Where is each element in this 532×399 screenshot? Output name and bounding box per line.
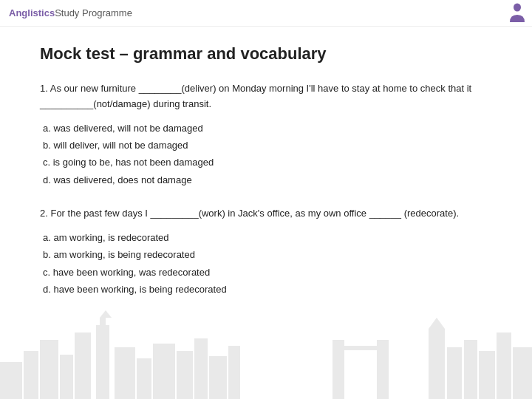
svg-rect-1: [0, 362, 22, 399]
svg-point-0: [514, 4, 521, 12]
question-2-option-3[interactable]: c. have been working, was redecorated: [43, 264, 492, 281]
svg-marker-17: [429, 318, 445, 329]
cityscape-decoration: [0, 310, 532, 399]
question-1-text: 1. As our new furniture ________(deliver…: [40, 81, 492, 112]
svg-rect-12: [177, 351, 193, 399]
svg-rect-14: [209, 356, 227, 399]
question-2-option-2[interactable]: b. am working, is being redecorated: [43, 246, 492, 263]
svg-rect-20: [479, 351, 495, 399]
question-1: 1. As our new furniture ________(deliver…: [40, 81, 492, 188]
question-1-option-2[interactable]: b. will deliver, will not be damaged: [43, 137, 492, 154]
question-1-option-4[interactable]: d. was delivered, does not damage: [43, 171, 492, 188]
svg-rect-26: [334, 343, 337, 372]
svg-rect-18: [447, 347, 462, 399]
svg-rect-4: [60, 355, 73, 399]
svg-rect-10: [137, 358, 151, 399]
svg-rect-25: [334, 346, 387, 350]
top-bar: Anglistics Study Programme: [0, 0, 532, 27]
svg-rect-9: [115, 347, 135, 399]
svg-rect-19: [464, 340, 477, 399]
question-2-text: 2. For the past few days I _________(wor…: [40, 206, 492, 222]
question-1-options: a. was delivered, will not be damagedb. …: [43, 120, 492, 189]
svg-rect-16: [429, 329, 445, 399]
svg-rect-7: [100, 318, 106, 328]
svg-rect-22: [513, 347, 532, 399]
svg-rect-5: [75, 332, 91, 399]
brand-study: Study Programme: [55, 7, 132, 18]
question-2: 2. For the past few days I _________(wor…: [40, 206, 492, 298]
svg-marker-8: [100, 310, 112, 318]
logo-icon: [508, 3, 526, 24]
questions-container: 1. As our new furniture ________(deliver…: [40, 81, 492, 299]
svg-rect-2: [24, 351, 38, 399]
svg-rect-13: [194, 338, 208, 399]
svg-rect-15: [228, 346, 240, 399]
question-2-option-4[interactable]: d. have been working, is being redecorat…: [43, 281, 492, 298]
svg-rect-27: [384, 343, 387, 372]
svg-rect-3: [40, 340, 58, 399]
question-1-option-1[interactable]: a. was delivered, will not be damaged: [43, 120, 492, 137]
main-content: Mock test – grammar and vocabulary 1. As…: [0, 27, 532, 331]
svg-rect-21: [497, 332, 511, 399]
brand-anglistics: Anglistics: [9, 7, 55, 18]
svg-rect-6: [96, 325, 109, 399]
page-title: Mock test – grammar and vocabulary: [40, 44, 492, 64]
svg-rect-11: [153, 344, 175, 399]
question-1-option-3[interactable]: c. is going to be, has not been damaged: [43, 154, 492, 171]
question-2-options: a. am working, is redecoratedb. am worki…: [43, 229, 492, 299]
question-2-option-1[interactable]: a. am working, is redecorated: [43, 229, 492, 246]
